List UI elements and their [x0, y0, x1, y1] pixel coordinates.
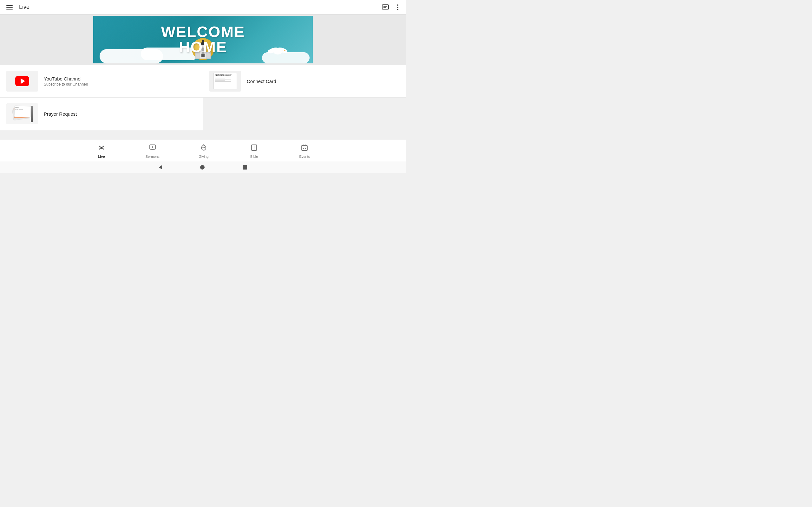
line2 [215, 78, 225, 79]
home-icon [200, 165, 205, 170]
line3 [215, 79, 231, 80]
line4 [215, 80, 225, 81]
android-nav [0, 162, 406, 173]
svg-rect-0 [382, 5, 389, 9]
prayer-pen [31, 106, 33, 122]
live-icon [98, 144, 105, 153]
live-label: Live [98, 155, 105, 158]
connect-title: Connect Card [247, 78, 276, 84]
topbar-right [380, 2, 401, 13]
banner-text: WELCOME HOME [161, 24, 245, 55]
youtube-subtitle: Subscribe to our Channel! [44, 82, 88, 87]
topbar: Live [0, 0, 406, 14]
prayer-info: Prayer Request [44, 111, 77, 117]
bottom-nav: Live Sermons [0, 140, 406, 162]
banner-wrapper: WELCOME HOME [0, 14, 406, 65]
youtube-card[interactable]: YouTube Channel Subscribe to our Channel… [0, 65, 203, 98]
cards-grid: YouTube Channel Subscribe to our Channel… [0, 65, 406, 130]
prayer-card[interactable]: All In! Prayer Request Prayer Request [0, 98, 203, 130]
svg-point-14 [283, 50, 283, 50]
svg-rect-32 [303, 148, 304, 149]
android-back-button[interactable] [159, 165, 162, 170]
connect-card[interactable]: NEXT STEPS CONNECT Connect Card [203, 65, 406, 98]
svg-point-17 [101, 147, 102, 149]
nav-item-live[interactable]: Live [89, 143, 114, 160]
recent-icon [243, 165, 247, 170]
nav-item-bible[interactable]: Bible [241, 143, 267, 160]
dove-illustration [268, 45, 287, 59]
svg-marker-19 [152, 146, 154, 148]
svg-point-13 [281, 49, 284, 52]
prayer-card-front: All In! Prayer Request [14, 106, 31, 118]
chat-icon[interactable] [380, 3, 390, 11]
spacer [0, 130, 406, 140]
giving-label: Giving [199, 155, 208, 158]
nav-items: Live Sermons [76, 143, 330, 160]
prayer-title: Prayer Request [44, 111, 77, 117]
more-options-icon[interactable] [395, 2, 401, 13]
sermons-icon [149, 144, 156, 153]
connect-info: Connect Card [247, 78, 276, 84]
youtube-icon [15, 76, 29, 86]
nav-item-giving[interactable]: Giving [191, 143, 216, 160]
back-icon [159, 165, 162, 170]
svg-rect-28 [302, 146, 307, 151]
giving-icon [200, 144, 207, 153]
svg-rect-33 [305, 148, 306, 149]
bible-label: Bible [250, 155, 258, 158]
prayer-thumbnail: All In! Prayer Request [6, 103, 38, 124]
banner-home: HOME [161, 40, 245, 55]
yt-thumb [6, 71, 38, 92]
android-home-button[interactable] [200, 165, 205, 170]
prayer-cards: All In! Prayer Request [11, 106, 33, 122]
youtube-title: YouTube Channel [44, 76, 88, 81]
youtube-info: YouTube Channel Subscribe to our Channel… [44, 76, 88, 87]
connect-thumbnail: NEXT STEPS CONNECT [209, 71, 241, 92]
banner: WELCOME HOME [93, 16, 313, 63]
play-icon [20, 78, 25, 84]
banner-welcome: WELCOME [161, 24, 245, 40]
topbar-left: Live [5, 4, 30, 11]
prayer-thumb: All In! Prayer Request [6, 103, 38, 124]
line5 [215, 81, 231, 82]
events-icon [301, 144, 308, 153]
events-label: Events [299, 155, 310, 158]
connect-card-img: NEXT STEPS CONNECT [213, 73, 237, 89]
connect-card-header: NEXT STEPS CONNECT [215, 74, 235, 77]
sermons-label: Sermons [146, 155, 159, 158]
bible-icon [250, 144, 258, 153]
connect-thumb: NEXT STEPS CONNECT [209, 71, 241, 92]
nav-item-sermons[interactable]: Sermons [139, 143, 166, 160]
hamburger-icon[interactable] [5, 4, 14, 11]
android-recent-button[interactable] [243, 165, 247, 170]
page-title: Live [19, 4, 30, 10]
nav-item-events[interactable]: Events [292, 143, 317, 160]
youtube-thumbnail [6, 71, 38, 92]
